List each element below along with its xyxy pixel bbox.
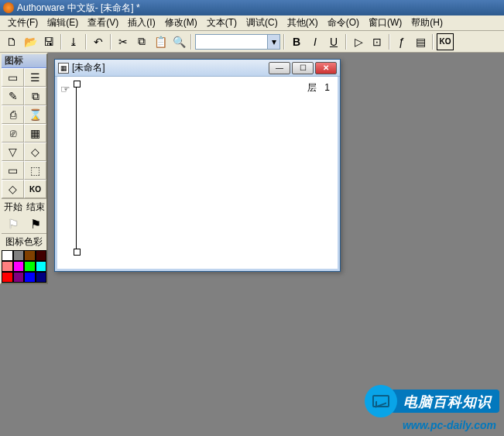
menu-text[interactable]: 文本(T): [202, 15, 242, 31]
separator: [283, 34, 285, 50]
separator: [389, 34, 390, 50]
color-swatch[interactable]: [13, 250, 25, 261]
underline-button[interactable]: U: [325, 33, 342, 50]
save-all-button[interactable]: 🖫: [40, 33, 57, 50]
framework-icon[interactable]: ▭: [2, 161, 24, 180]
new-button[interactable]: 🗋: [3, 33, 20, 50]
color-swatch[interactable]: [13, 272, 25, 283]
menu-edit[interactable]: 编辑(E): [43, 15, 83, 31]
ko-button[interactable]: KO: [437, 33, 454, 50]
flag-labels: 开始 结束: [2, 198, 46, 215]
separator: [345, 34, 347, 50]
tool-grid: ▭ ☰ ✎ ⧉ ⎙ ⌛ ⎚ ▦ ▽ ◇ ▭ ⬚ ◇ KO: [2, 68, 46, 198]
digital-movie-icon[interactable]: ◇: [2, 180, 24, 198]
start-flag-label: 开始: [4, 201, 22, 214]
menu-view[interactable]: 查看(V): [83, 15, 123, 31]
find-button[interactable]: 🔍: [170, 33, 187, 50]
color-swatch[interactable]: [13, 261, 25, 272]
flag-row: ⚑ ⚑: [2, 215, 46, 233]
control-panel-button[interactable]: ⊡: [369, 33, 386, 50]
end-flag-icon[interactable]: ⚑: [30, 217, 41, 232]
color-palette: [2, 250, 46, 283]
end-flag-label: 结束: [26, 201, 45, 214]
calc-icon[interactable]: ⎙: [2, 105, 24, 124]
display-icon[interactable]: ▭: [2, 68, 24, 87]
separator: [110, 34, 111, 50]
open-button[interactable]: 📂: [22, 33, 39, 50]
sound-icon[interactable]: ⬚: [24, 161, 46, 180]
style-combo[interactable]: ▾: [195, 34, 280, 50]
watermark-url: www.pc-daily.com: [403, 419, 499, 431]
menu-insert[interactable]: 插入(I): [123, 15, 159, 31]
design-window-titlebar[interactable]: ▦ [未命名] — ☐ ✕: [55, 60, 340, 77]
maximize-button[interactable]: ☐: [292, 62, 314, 74]
start-flag-icon[interactable]: ⚑: [8, 217, 19, 232]
toolbar: 🗋 📂 🖫 ⤓ ↶ ✂ ⧉ 📋 🔍 ▾ B I U ▷ ⊡ ƒ ▤ KO: [0, 31, 504, 53]
app-icon: [3, 2, 14, 13]
separator: [60, 34, 62, 50]
window-controls: — ☐ ✕: [269, 62, 337, 74]
separator: [190, 34, 192, 50]
separator: [432, 34, 434, 50]
run-button[interactable]: ▷: [350, 33, 367, 50]
watermark-logo-icon: [365, 385, 397, 417]
menu-modify[interactable]: 修改(M): [160, 15, 202, 31]
close-button[interactable]: ✕: [315, 62, 337, 74]
workspace: 图标 ▭ ☰ ✎ ⧉ ⎙ ⌛ ⎚ ▦ ▽ ◇ ▭ ⬚ ◇ KO 开始 结束 ⚑ …: [0, 53, 504, 436]
chevron-down-icon: ▾: [267, 35, 279, 49]
app-title: Authorware 中文版- [未命名] *: [17, 2, 501, 15]
color-swatch[interactable]: [2, 261, 13, 272]
design-window-title: [未命名]: [72, 61, 269, 74]
bold-button[interactable]: B: [288, 33, 305, 50]
color-swatch[interactable]: [36, 250, 47, 261]
motion-icon[interactable]: ☰: [24, 68, 46, 87]
paste-button[interactable]: 📋: [152, 33, 169, 50]
functions-button[interactable]: ƒ: [393, 33, 410, 50]
color-swatch[interactable]: [2, 250, 13, 261]
copy-button[interactable]: ⧉: [133, 33, 150, 50]
layer-value: 1: [324, 82, 330, 93]
menu-help[interactable]: 帮助(H): [406, 15, 447, 31]
flowline-area[interactable]: ☞ 层 1: [55, 77, 340, 271]
minimize-button[interactable]: —: [269, 62, 290, 74]
color-swatch[interactable]: [24, 272, 36, 283]
paste-hand-icon[interactable]: ☞: [60, 83, 70, 95]
watermark-text: 电脑百科知识: [391, 390, 499, 413]
decision-icon[interactable]: ◇: [24, 142, 46, 161]
color-swatch[interactable]: [24, 261, 36, 272]
import-button[interactable]: ⤓: [65, 33, 82, 50]
interaction-icon[interactable]: ⧉: [24, 87, 46, 105]
app-titlebar: Authorware 中文版- [未命名] *: [0, 0, 504, 15]
menu-window[interactable]: 窗口(W): [364, 15, 406, 31]
design-window: ▦ [未命名] — ☐ ✕ ☞ 层 1: [54, 59, 341, 272]
menu-command[interactable]: 命令(O): [323, 15, 364, 31]
watermark: 电脑百科知识 www.pc-daily.com: [365, 385, 499, 431]
color-swatch[interactable]: [24, 250, 36, 261]
icon-palette-title: 图标: [2, 54, 46, 68]
movie-icon[interactable]: ⎚: [2, 124, 24, 142]
document-icon: ▦: [58, 63, 69, 74]
menubar: 文件(F) 编辑(E) 查看(V) 插入(I) 修改(M) 文本(T) 调试(C…: [0, 15, 504, 31]
erase-icon[interactable]: ✎: [2, 87, 24, 105]
flowline[interactable]: [76, 83, 77, 253]
navigate-icon[interactable]: ▽: [2, 142, 24, 161]
italic-button[interactable]: I: [307, 33, 324, 50]
menu-debug[interactable]: 调试(C): [242, 15, 283, 31]
ko-icon[interactable]: KO: [24, 180, 46, 198]
icon-palette-panel: 图标 ▭ ☰ ✎ ⧉ ⎙ ⌛ ⎚ ▦ ▽ ◇ ▭ ⬚ ◇ KO 开始 结束 ⚑ …: [0, 53, 48, 284]
undo-button[interactable]: ↶: [90, 33, 107, 50]
menu-file[interactable]: 文件(F): [3, 15, 43, 31]
separator: [85, 34, 87, 50]
wait-icon[interactable]: ⌛: [24, 105, 46, 124]
color-swatch[interactable]: [36, 272, 47, 283]
color-swatch[interactable]: [36, 261, 47, 272]
variables-button[interactable]: ▤: [412, 33, 429, 50]
palette-label: 图标色彩: [2, 233, 46, 250]
map-icon[interactable]: ▦: [24, 124, 46, 142]
layer-label: 层: [307, 82, 317, 93]
layer-indicator: 层 1: [307, 81, 330, 94]
cut-button[interactable]: ✂: [115, 33, 132, 50]
color-swatch[interactable]: [2, 272, 13, 283]
watermark-badge: 电脑百科知识: [365, 385, 499, 417]
menu-other[interactable]: 其他(X): [283, 15, 323, 31]
